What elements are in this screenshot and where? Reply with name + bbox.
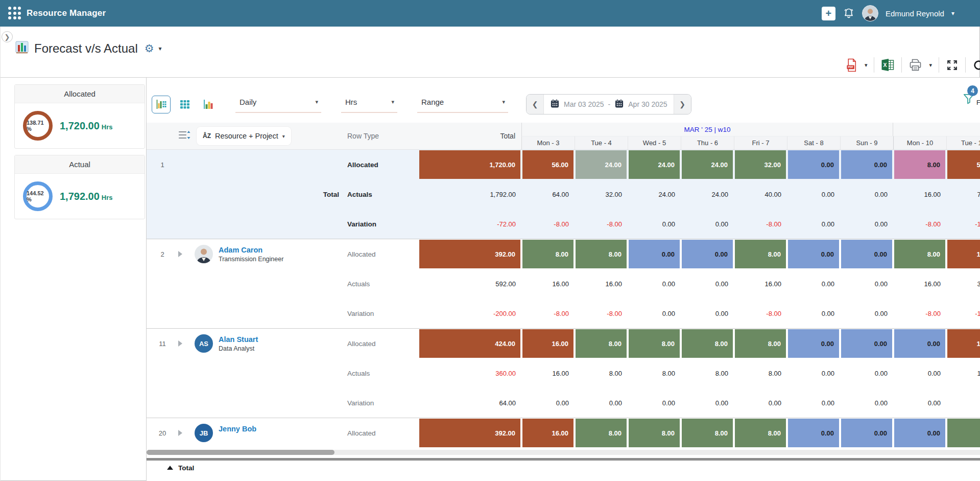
day-value-cell[interactable]: 0.00 — [893, 388, 946, 418]
day-value-cell[interactable]: 8.00 — [628, 418, 681, 448]
day-value-cell[interactable]: 0.00 — [787, 209, 840, 239]
day-value-cell[interactable]: 0.00 — [893, 329, 946, 358]
horizontal-scrollbar-thumb[interactable] — [147, 450, 334, 455]
grid-view-icon[interactable] — [175, 96, 194, 113]
user-name[interactable]: Edmund Reynold — [886, 9, 944, 18]
day-value-cell[interactable]: 56.00 — [521, 150, 575, 179]
day-value-cell[interactable]: 40.00 — [734, 179, 787, 209]
refresh-icon[interactable] — [972, 59, 980, 72]
day-value-cell[interactable]: 0.00 — [840, 239, 893, 269]
day-value-cell[interactable]: 0.00 — [628, 209, 681, 239]
next-period-button[interactable]: ❯ — [674, 95, 691, 114]
total-value-cell[interactable]: -200.00 — [418, 299, 521, 328]
day-value-cell[interactable]: 0.00 — [628, 269, 681, 299]
day-value-cell[interactable]: 0.00 — [840, 209, 893, 239]
grid-chart-view-icon[interactable] — [152, 96, 171, 113]
day-value-cell[interactable]: 0.00 — [893, 418, 946, 448]
day-value-cell[interactable]: -16.00 — [946, 209, 980, 239]
day-value-cell[interactable]: 0.00 — [840, 388, 893, 418]
total-value-cell[interactable]: 424.00 — [418, 329, 521, 358]
day-value-cell[interactable]: 0.00 — [787, 299, 840, 328]
day-value-cell[interactable]: 8.00 — [681, 329, 734, 358]
day-column-header[interactable]: Wed - 5 — [628, 136, 681, 149]
print-options-chevron-icon[interactable]: ▾ — [929, 62, 932, 68]
day-value-cell[interactable]: -8.00 — [521, 299, 575, 328]
day-value-cell[interactable]: 24.00 — [575, 150, 628, 179]
day-value-cell[interactable]: 8.00 — [575, 418, 628, 448]
day-value-cell[interactable]: 16.00 — [734, 269, 787, 299]
day-value-cell[interactable]: 16.00 — [575, 269, 628, 299]
settings-gear-icon[interactable]: ⚙ — [145, 42, 154, 55]
granularity-select[interactable]: Daily ▾ — [235, 96, 321, 113]
day-value-cell[interactable]: 16.00 — [521, 329, 575, 358]
day-value-cell[interactable]: -16.00 — [946, 299, 980, 328]
day-value-cell[interactable]: 0.00 — [787, 358, 840, 388]
day-value-cell[interactable]: 32.00 — [575, 179, 628, 209]
day-value-cell[interactable]: 24.00 — [681, 179, 734, 209]
day-value-cell[interactable]: 0.00 — [787, 179, 840, 209]
range-select[interactable]: Range ▾ — [417, 96, 508, 113]
day-value-cell[interactable]: 8.00 — [575, 329, 628, 358]
day-value-cell[interactable]: 0.00 — [840, 358, 893, 388]
previous-period-button[interactable]: ❮ — [527, 95, 544, 114]
day-column-header[interactable]: Mon - 3 — [521, 136, 575, 149]
day-value-cell[interactable]: 8.00 — [521, 239, 575, 269]
day-value-cell[interactable]: 0.00 — [787, 418, 840, 448]
day-value-cell[interactable]: 16.00 — [521, 418, 575, 448]
day-value-cell[interactable]: 8.00 — [893, 150, 946, 179]
day-value-cell[interactable]: -8.00 — [734, 299, 787, 328]
day-value-cell[interactable]: 0.00 — [840, 418, 893, 448]
day-value-cell[interactable]: -8.00 — [893, 299, 946, 328]
day-value-cell[interactable]: 8.00 — [734, 358, 787, 388]
day-column-header[interactable]: Sat - 8 — [787, 136, 840, 149]
day-value-cell[interactable]: 0.00 — [575, 388, 628, 418]
print-icon[interactable] — [909, 58, 922, 72]
date-from[interactable]: Mar 03 2025 — [564, 100, 604, 108]
day-value-cell[interactable]: 0.00 — [734, 388, 787, 418]
pdf-options-chevron-icon[interactable]: ▾ — [865, 62, 868, 68]
user-menu-chevron-icon[interactable]: ▾ — [951, 10, 954, 17]
day-value-cell[interactable]: 0.00 — [681, 388, 734, 418]
total-value-cell[interactable]: 392.00 — [418, 239, 521, 269]
day-value-cell[interactable]: 0.00 — [893, 358, 946, 388]
day-value-cell[interactable]: 16.00 — [521, 358, 575, 388]
day-value-cell[interactable]: 8.00 — [893, 239, 946, 269]
day-value-cell[interactable]: 0.00 — [628, 299, 681, 328]
day-value-cell[interactable]: -8.00 — [575, 209, 628, 239]
day-column-header[interactable]: Tue - 11 — [946, 136, 980, 149]
day-value-cell[interactable]: 72.00 — [946, 179, 980, 209]
total-value-cell[interactable]: 1,720.00 — [418, 150, 521, 179]
notifications-bell-icon[interactable] — [843, 7, 855, 19]
day-column-header[interactable]: Thu - 6 — [681, 136, 734, 149]
day-value-cell[interactable]: 0.00 — [521, 388, 575, 418]
day-value-cell[interactable]: 8.00 — [681, 418, 734, 448]
day-value-cell[interactable]: 8.00 — [628, 329, 681, 358]
resource-name-link[interactable]: Adam Caron — [219, 245, 283, 254]
excel-export-icon[interactable]: X — [881, 58, 895, 72]
day-value-cell[interactable]: 24.00 — [681, 150, 734, 179]
pdf-export-icon[interactable]: PDF — [845, 58, 858, 72]
day-value-cell[interactable]: 0.00 — [787, 239, 840, 269]
horizontal-scrollbar[interactable] — [147, 450, 980, 455]
day-column-header[interactable]: Tue - 4 — [575, 136, 628, 149]
day-value-cell[interactable]: 16.00 — [946, 239, 980, 269]
fullscreen-icon[interactable] — [946, 59, 959, 72]
total-value-cell[interactable]: 360.00 — [418, 358, 521, 388]
group-by-select[interactable]: ÂZ Resource + Project ▾ — [197, 127, 291, 145]
day-value-cell[interactable]: 8.00 — [734, 239, 787, 269]
total-value-cell[interactable]: 392.00 — [418, 418, 521, 448]
day-value-cell[interactable]: 64.00 — [521, 179, 575, 209]
day-value-cell[interactable]: 0.00 — [681, 299, 734, 328]
day-value-cell[interactable]: 24.00 — [628, 179, 681, 209]
day-value-cell[interactable]: 0.00 — [681, 209, 734, 239]
day-value-cell[interactable]: 8.00 — [575, 239, 628, 269]
day-value-cell[interactable]: 0.00 — [787, 269, 840, 299]
day-value-cell[interactable]: 0.00 — [628, 239, 681, 269]
day-value-cell[interactable]: 0.00 — [681, 269, 734, 299]
day-value-cell[interactable]: 0.00 — [840, 299, 893, 328]
day-column-header[interactable]: Sun - 9 — [840, 136, 893, 149]
resource-name-link[interactable]: Jenny Bob — [219, 424, 256, 433]
resource-name-link[interactable]: Alan Stuart — [219, 334, 258, 343]
day-value-cell[interactable]: 16.00 — [946, 358, 980, 388]
row-sort-icon[interactable] — [178, 130, 190, 142]
